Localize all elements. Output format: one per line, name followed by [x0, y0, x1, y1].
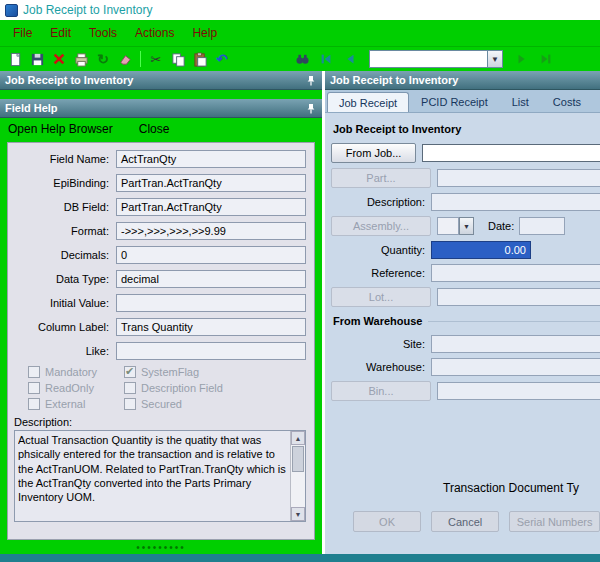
cancel-button[interactable]: Cancel	[431, 511, 499, 532]
tab-job-receipt[interactable]: Job Receipt	[327, 92, 409, 112]
description-scrollbar[interactable]: ▲ ▼	[290, 431, 305, 521]
format-value[interactable]: ->>>,>>>,>>>,>>9.99	[116, 222, 306, 240]
db-field-label: DB Field:	[14, 201, 116, 213]
field-help-link-bar: Open Help Browser Close	[0, 118, 322, 139]
tab-pcid-receipt[interactable]: PCID Receipt	[409, 91, 500, 112]
panel-splitter[interactable]: •••••••••	[0, 541, 322, 554]
save-icon[interactable]	[27, 49, 47, 69]
menu-file[interactable]: File	[4, 22, 41, 44]
assembly-combo-arrow-icon[interactable]: ▼	[459, 217, 474, 235]
description-text: Actual Transaction Quantity is the quati…	[18, 433, 287, 519]
bottom-status-bar	[0, 554, 600, 562]
scroll-thumb[interactable]	[292, 446, 304, 472]
menu-edit[interactable]: Edit	[41, 22, 80, 44]
warehouse-field[interactable]	[431, 358, 600, 376]
assembly-combo-value[interactable]	[437, 217, 459, 235]
assembly-button[interactable]: Assembly...	[331, 216, 431, 236]
right-panel-title: Job Receipt to Inventory	[330, 74, 458, 86]
field-name-value[interactable]: ActTranQty	[116, 150, 306, 168]
field-row: Data Type: decimal	[14, 270, 306, 288]
date-label: Date:	[480, 220, 519, 232]
undo-icon[interactable]: ↶	[212, 49, 232, 69]
find-icon[interactable]	[292, 49, 312, 69]
job-number-input[interactable]	[422, 144, 600, 162]
mandatory-checkbox-item: Mandatory	[28, 366, 124, 378]
tab-list[interactable]: List	[500, 91, 541, 112]
refresh-icon[interactable]: ↻	[93, 49, 113, 69]
warehouse-label: Warehouse:	[331, 361, 431, 373]
readonly-label: ReadOnly	[45, 382, 94, 394]
description-field-checkbox[interactable]	[124, 382, 136, 394]
column-label-label: Column Label:	[14, 321, 116, 333]
group-divider	[428, 321, 600, 322]
cut-icon[interactable]: ✂	[146, 49, 166, 69]
data-type-value[interactable]: decimal	[116, 270, 306, 288]
site-field[interactable]	[431, 335, 600, 353]
quantity-label: Quantity:	[331, 244, 431, 256]
nav-last-icon[interactable]	[536, 49, 556, 69]
clear-icon[interactable]	[115, 49, 135, 69]
like-value[interactable]	[116, 342, 306, 360]
new-icon[interactable]	[5, 49, 25, 69]
initial-value-value[interactable]	[116, 294, 306, 312]
pin-icon[interactable]	[305, 74, 317, 86]
job-receipt-panel: Job Receipt to Inventory Job Receipt PCI…	[325, 71, 600, 554]
decimals-value[interactable]: 0	[116, 246, 306, 264]
menu-tools[interactable]: Tools	[80, 22, 126, 44]
quantity-field[interactable]: 0.00	[431, 241, 531, 259]
close-link[interactable]: Close	[139, 122, 170, 136]
systemflag-checkbox[interactable]	[124, 366, 136, 378]
like-label: Like:	[14, 345, 116, 357]
assembly-combo: ▼	[437, 217, 474, 235]
lot-button[interactable]: Lot...	[331, 287, 431, 307]
tab-strip: Job Receipt PCID Receipt List Costs	[325, 90, 600, 113]
copy-icon[interactable]	[168, 49, 188, 69]
record-combo-arrow-icon[interactable]: ▼	[487, 50, 503, 68]
bin-field[interactable]	[437, 382, 600, 400]
bin-button[interactable]: Bin...	[331, 381, 431, 401]
menu-actions[interactable]: Actions	[126, 22, 183, 44]
flag-checkboxes: Mandatory SystemFlag ReadOnly Descriptio…	[28, 366, 306, 410]
serial-numbers-button[interactable]: Serial Numbers	[509, 511, 600, 532]
format-label: Format:	[14, 225, 116, 237]
reference-field[interactable]	[431, 264, 600, 282]
scroll-down-icon[interactable]: ▼	[291, 507, 305, 521]
mandatory-checkbox[interactable]	[28, 366, 40, 378]
secured-checkbox[interactable]	[124, 398, 136, 410]
part-button[interactable]: Part...	[331, 168, 431, 188]
window-title: Job Receipt to Inventory	[23, 3, 152, 17]
readonly-checkbox[interactable]	[28, 382, 40, 394]
print-icon[interactable]	[71, 49, 91, 69]
epibinding-label: EpiBinding:	[14, 177, 116, 189]
paste-icon[interactable]	[190, 49, 210, 69]
description-field-checkbox-item: Description Field	[124, 382, 306, 394]
nav-prev-icon[interactable]	[340, 49, 360, 69]
date-field[interactable]	[519, 217, 565, 235]
record-combo-input[interactable]	[369, 50, 487, 68]
nav-next-icon[interactable]	[512, 49, 532, 69]
job-receipt-form: Job Receipt to Inventory From Job... Par…	[325, 113, 600, 554]
column-label-value[interactable]: Trans Quantity	[116, 318, 306, 336]
systemflag-checkbox-item: SystemFlag	[124, 366, 306, 378]
external-checkbox[interactable]	[28, 398, 40, 410]
pin-icon[interactable]	[305, 102, 317, 114]
part-row: Part...	[331, 168, 600, 188]
delete-icon[interactable]	[49, 49, 69, 69]
decimals-label: Decimals:	[14, 249, 116, 261]
from-job-button[interactable]: From Job...	[331, 143, 416, 163]
ok-button[interactable]: OK	[353, 511, 421, 532]
from-warehouse-group: From Warehouse	[333, 315, 600, 327]
from-job-row: From Job...	[331, 143, 600, 163]
nav-first-icon[interactable]	[316, 49, 336, 69]
lot-field[interactable]	[437, 288, 600, 306]
open-help-browser-link[interactable]: Open Help Browser	[8, 122, 113, 136]
db-field-value[interactable]: PartTran.ActTranQty	[116, 198, 306, 216]
menu-help[interactable]: Help	[183, 22, 226, 44]
description-field[interactable]	[431, 193, 600, 211]
part-field[interactable]	[437, 169, 600, 187]
epibinding-value[interactable]: PartTran.ActTranQty	[116, 174, 306, 192]
data-type-label: Data Type:	[14, 273, 116, 285]
tab-costs[interactable]: Costs	[541, 91, 593, 112]
scroll-up-icon[interactable]: ▲	[291, 431, 305, 445]
field-row: DB Field: PartTran.ActTranQty	[14, 198, 306, 216]
